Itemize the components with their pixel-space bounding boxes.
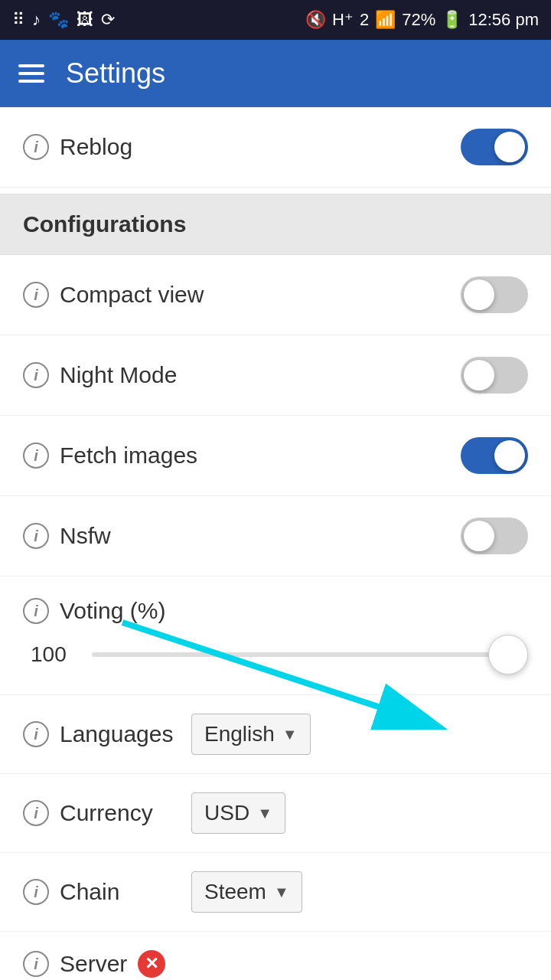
slider-row: 100	[23, 636, 528, 673]
nsfw-info-icon[interactable]: i	[23, 523, 49, 549]
chain-select[interactable]: Steem ▼	[191, 871, 302, 913]
status-right-icons: 🔇 H⁺ 2 📶 72% 🔋 12:56 pm	[305, 10, 539, 30]
menu-status-icon: ⠿	[12, 10, 24, 30]
reblog-toggle[interactable]	[461, 129, 528, 165]
signal-icon: 📶	[375, 10, 396, 30]
fetch-images-row: i Fetch images	[0, 416, 551, 496]
fetch-images-toggle[interactable]	[461, 437, 528, 474]
slider-track	[92, 652, 528, 657]
slider-thumb[interactable]	[488, 635, 528, 675]
night-mode-toggle[interactable]	[461, 357, 528, 394]
languages-info-icon[interactable]: i	[23, 721, 49, 747]
data-icon: 🐾	[48, 10, 69, 30]
network-icon: H⁺	[332, 10, 354, 30]
music-icon: ♪	[32, 10, 41, 30]
chain-row: i Chain Steem ▼	[0, 853, 551, 932]
night-mode-row: i Night Mode	[0, 335, 551, 416]
languages-label: i Languages	[23, 721, 176, 747]
voting-info-icon[interactable]: i	[23, 598, 49, 624]
battery-icon: 🔋	[442, 10, 462, 30]
currency-selected-value: USD	[204, 801, 249, 825]
sim-icon: 2	[360, 10, 369, 30]
status-time: 12:56 pm	[468, 10, 539, 30]
reblog-row: i Reblog	[0, 107, 551, 188]
languages-dropdown-arrow: ▼	[282, 726, 298, 743]
server-label: Server	[60, 951, 127, 977]
fetch-images-info-icon[interactable]: i	[23, 443, 49, 469]
chain-dropdown-arrow: ▼	[274, 884, 289, 901]
chain-label: i Chain	[23, 879, 176, 905]
compact-view-label: i Compact view	[23, 282, 204, 308]
status-bar: ⠿ ♪ 🐾 🖼 ⟳ 🔇 H⁺ 2 📶 72% 🔋 12:56 pm	[0, 0, 551, 40]
image-icon: 🖼	[77, 10, 93, 30]
voting-value: 100	[31, 642, 77, 667]
mute-icon: 🔇	[305, 10, 326, 30]
currency-info-icon[interactable]: i	[23, 800, 49, 826]
reblog-label: i Reblog	[23, 134, 132, 160]
server-error-badge: ✕	[138, 950, 165, 978]
reblog-info-icon[interactable]: i	[23, 134, 49, 160]
compact-view-toggle[interactable]	[461, 276, 528, 313]
chain-selected-value: Steem	[204, 880, 266, 904]
night-mode-label: i Night Mode	[23, 362, 177, 388]
voting-row: i Voting (%) 100	[0, 577, 551, 695]
languages-selected-value: English	[204, 722, 275, 746]
compact-view-info-icon[interactable]: i	[23, 282, 49, 308]
languages-select[interactable]: English ▼	[191, 714, 311, 755]
configurations-header: Configurations	[0, 194, 551, 255]
nsfw-toggle[interactable]	[461, 518, 528, 554]
voting-slider[interactable]	[92, 636, 528, 673]
server-info-icon[interactable]: i	[23, 951, 49, 977]
battery-label: 72%	[402, 10, 435, 30]
compact-view-row: i Compact view	[0, 255, 551, 335]
server-label-row: i Server ✕	[23, 950, 528, 978]
cast-icon: ⟳	[101, 10, 115, 30]
nsfw-row: i Nsfw	[0, 496, 551, 577]
currency-label: i Currency	[23, 800, 176, 826]
fetch-images-label: i Fetch images	[23, 443, 197, 469]
app-header: Settings	[0, 40, 551, 107]
languages-row: i Languages English ▼	[0, 695, 551, 774]
page-title: Settings	[66, 57, 165, 90]
currency-row: i Currency USD ▼	[0, 774, 551, 853]
status-left-icons: ⠿ ♪ 🐾 🖼 ⟳	[12, 10, 115, 30]
currency-select[interactable]: USD ▼	[191, 792, 285, 834]
menu-button[interactable]	[18, 64, 44, 83]
nsfw-label: i Nsfw	[23, 523, 111, 549]
currency-dropdown-arrow: ▼	[257, 805, 272, 822]
server-row: i Server ✕ https://api.steemit.com ▼	[0, 932, 551, 980]
chain-info-icon[interactable]: i	[23, 879, 49, 905]
settings-content: i Reblog Configurations i Compact view i…	[0, 107, 551, 980]
voting-label: i Voting (%)	[23, 598, 528, 624]
night-mode-info-icon[interactable]: i	[23, 362, 49, 388]
